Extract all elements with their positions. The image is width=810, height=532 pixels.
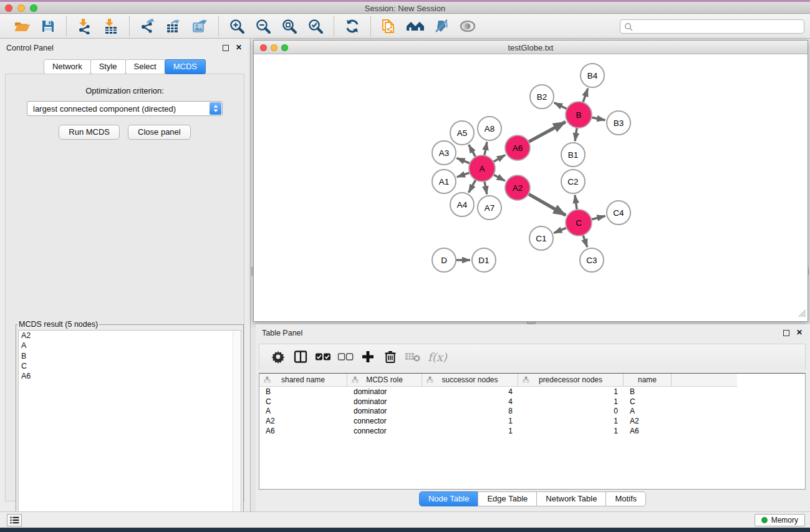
table-row[interactable]: Adominator80A: [259, 406, 805, 416]
column-header-shared-name[interactable]: shared name: [259, 374, 347, 386]
column-header-predecessor-nodes[interactable]: predecessor nodes: [518, 374, 624, 386]
table-cell[interactable]: 1: [518, 397, 624, 406]
export-network-icon[interactable]: [137, 17, 158, 36]
export-image-icon[interactable]: [190, 17, 211, 36]
table-tabs: Node TableEdge TableNetwork TableMotifs: [256, 491, 810, 506]
tab-edge-table[interactable]: Edge Table: [478, 491, 537, 506]
table-cell[interactable]: 1: [518, 427, 624, 435]
network-graph[interactable]: ABCA6A2A1A3A4A5A7A8B1B2B3B4C1C2C3C4DD1: [254, 54, 808, 321]
table-cell[interactable]: connector: [347, 427, 422, 435]
toolbar-separator: [129, 16, 130, 36]
network-canvas[interactable]: ABCA6A2A1A3A4A5A7A8B1B2B3B4C1C2C3C4DD1: [254, 54, 808, 321]
table-cell[interactable]: C: [259, 397, 347, 406]
table-cell[interactable]: dominator: [347, 387, 422, 396]
table-cell[interactable]: A6: [259, 427, 347, 435]
tab-network-table[interactable]: Network Table: [536, 491, 606, 506]
zoom-out-icon[interactable]: [253, 17, 274, 36]
table-cell[interactable]: C: [624, 397, 672, 406]
result-list-scrollbar[interactable]: [233, 331, 241, 530]
network-window-titlebar[interactable]: testGlobe.txt: [254, 41, 808, 54]
table-cell[interactable]: connector: [347, 417, 422, 425]
network-overview-icon[interactable]: [405, 17, 426, 36]
criterion-select-value: largest connected component (directed): [33, 104, 176, 114]
table-cell[interactable]: A6: [624, 427, 672, 435]
table-cell[interactable]: 4: [422, 387, 518, 396]
table-cell[interactable]: dominator: [347, 407, 422, 415]
macos-titlebar[interactable]: Session: New Session: [0, 2, 810, 14]
add-column-icon[interactable]: [357, 347, 379, 366]
table-cell[interactable]: B: [259, 387, 347, 396]
open-file-icon[interactable]: [11, 17, 32, 36]
delete-table-icon[interactable]: [402, 347, 424, 366]
float-panel-icon[interactable]: [223, 45, 229, 51]
network-view-window: testGlobe.txt ABCA6A2A1A3A4A5A7A8B1B2B3B…: [253, 40, 808, 322]
column-selector-icon[interactable]: [289, 347, 312, 366]
node-table-header: shared nameMCDS rolesuccessor nodesprede…: [259, 374, 737, 387]
tab-motifs[interactable]: Motifs: [605, 491, 646, 506]
run-mcds-button[interactable]: Run MCDS: [59, 125, 120, 140]
hide-annotations-icon[interactable]: [431, 17, 452, 36]
table-cell[interactable]: 4: [422, 397, 518, 406]
window-resize-grip[interactable]: [798, 309, 806, 320]
table-close-panel-icon[interactable]: ✕: [796, 328, 803, 337]
mcds-result-item[interactable]: A6: [19, 371, 241, 381]
search-input[interactable]: [635, 22, 800, 31]
function-builder-icon[interactable]: f(x): [428, 351, 447, 364]
table-panel-title: Table Panel: [262, 329, 302, 337]
table-cell[interactable]: A2: [259, 417, 347, 425]
mcds-result-item[interactable]: A2: [19, 331, 241, 341]
table-settings-icon[interactable]: [267, 347, 289, 366]
graph-node-label: B4: [587, 71, 598, 80]
table-cell[interactable]: 1: [518, 387, 624, 396]
refresh-view-icon[interactable]: [342, 17, 363, 36]
deselect-all-rows-icon[interactable]: [334, 347, 357, 366]
table-row[interactable]: A2connector11A2: [259, 416, 805, 426]
column-header-successor-nodes[interactable]: successor nodes: [422, 374, 518, 386]
select-all-rows-icon[interactable]: [312, 347, 334, 366]
control-panel-tabs: NetworkStyleSelectMCDS: [0, 59, 250, 74]
table-cell[interactable]: 1: [518, 417, 624, 425]
node-table[interactable]: shared nameMCDS rolesuccessor nodesprede…: [259, 373, 806, 490]
close-panel-icon[interactable]: ✕: [236, 43, 242, 52]
table-row[interactable]: A6connector11A6: [259, 426, 805, 436]
table-cell[interactable]: 1: [422, 427, 518, 435]
table-float-panel-icon[interactable]: [783, 330, 789, 336]
table-cell[interactable]: A2: [624, 417, 672, 425]
session-title: Session: New Session: [0, 4, 810, 13]
table-row[interactable]: Cdominator41C: [259, 397, 805, 407]
import-network-icon[interactable]: [74, 17, 95, 36]
column-header-name[interactable]: name: [624, 374, 672, 386]
export-table-icon[interactable]: [163, 17, 185, 36]
zoom-fit-icon[interactable]: [279, 17, 300, 36]
mcds-result-item[interactable]: B: [19, 351, 241, 361]
table-cell[interactable]: A: [624, 407, 672, 415]
table-cell[interactable]: 0: [518, 407, 624, 415]
tab-style[interactable]: Style: [90, 59, 126, 74]
table-cell[interactable]: 1: [422, 417, 518, 425]
search-box[interactable]: [620, 19, 804, 34]
zoom-selected-icon[interactable]: [305, 17, 326, 36]
import-table-icon[interactable]: [100, 17, 122, 36]
tab-node-table[interactable]: Node Table: [419, 491, 479, 506]
column-header-MCDS-role[interactable]: MCDS role: [347, 374, 422, 386]
criterion-select[interactable]: largest connected component (directed): [27, 101, 223, 116]
mcds-result-item[interactable]: A: [19, 341, 241, 351]
table-row[interactable]: Bdominator41B: [259, 387, 805, 397]
tab-mcds[interactable]: MCDS: [165, 59, 206, 74]
delete-column-icon[interactable]: [379, 347, 402, 366]
table-cell[interactable]: B: [624, 387, 672, 396]
tab-network[interactable]: Network: [44, 59, 91, 74]
close-panel-button[interactable]: Close panel: [128, 125, 191, 140]
table-cell[interactable]: dominator: [347, 397, 422, 406]
mcds-result-item[interactable]: C: [19, 361, 241, 371]
save-session-icon[interactable]: [37, 17, 59, 36]
task-history-button[interactable]: [7, 514, 22, 526]
zoom-in-icon[interactable]: [226, 17, 248, 36]
tab-select[interactable]: Select: [125, 59, 165, 74]
memory-button[interactable]: Memory: [755, 514, 805, 526]
table-cell[interactable]: A: [259, 407, 347, 415]
toggle-graphics-details-icon[interactable]: [457, 17, 478, 36]
clone-network-icon[interactable]: [378, 17, 400, 36]
table-panel: Table Panel ✕ f(x): [256, 324, 810, 511]
table-cell[interactable]: 8: [422, 407, 518, 415]
